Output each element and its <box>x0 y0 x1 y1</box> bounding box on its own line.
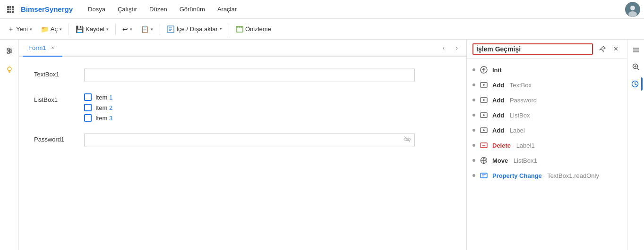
main-layout: Form1 × ‹ › TextBox1 ListBox1 <box>0 40 644 250</box>
svg-rect-5 <box>12 8 14 10</box>
menu-calistir[interactable]: Çalıştır <box>112 4 143 15</box>
listbox-item-3[interactable]: Item 3 <box>84 114 451 122</box>
history-action-add1: Add <box>492 82 504 89</box>
fr-search-icon[interactable] <box>629 60 643 74</box>
new-label: Yeni <box>16 25 28 33</box>
history-icon-add2 <box>479 95 489 105</box>
tab-form1[interactable]: Form1 × <box>23 40 62 57</box>
listbox-row: ListBox1 Item 1 Item 2 Item <box>34 93 451 122</box>
item-1-text: Item 1 <box>95 94 112 101</box>
history-action-add2: Add <box>492 97 504 104</box>
pin-button[interactable] <box>597 43 608 55</box>
history-icon-delete <box>479 141 489 150</box>
history-target-property: TextBox1.readOnly <box>546 172 599 179</box>
undo-icon: ↩ <box>122 25 128 33</box>
history-item-add-textbox[interactable]: Add TextBox <box>467 77 627 92</box>
listbox-label: ListBox1 <box>34 93 77 103</box>
history-item-add-password[interactable]: Add Password <box>467 92 627 108</box>
save-label: Kaydet <box>86 25 104 33</box>
history-panel-title: İşlem Geçmişi <box>472 43 593 55</box>
item-3-text: Item 3 <box>95 115 112 122</box>
svg-line-29 <box>404 137 410 142</box>
history-icon-init <box>479 65 489 75</box>
history-icon-move <box>479 156 489 165</box>
grid-icon[interactable] <box>4 3 17 16</box>
new-button[interactable]: ＋ Yeni ▾ <box>4 23 36 36</box>
password-visibility-icon[interactable] <box>404 136 411 145</box>
open-chevron: ▾ <box>60 27 62 32</box>
preview-button[interactable]: Önizleme <box>232 23 275 35</box>
textbox-input[interactable] <box>84 68 415 82</box>
history-item-add-label[interactable]: Add Label <box>467 123 627 138</box>
tab-nav: ‹ › <box>438 42 463 53</box>
open-button[interactable]: 📁 Aç ▾ <box>37 23 66 35</box>
svg-rect-4 <box>9 8 11 10</box>
history-icon-add4 <box>479 125 489 135</box>
svg-rect-0 <box>7 6 9 8</box>
svg-point-25 <box>9 50 11 52</box>
history-item-init[interactable]: Init <box>467 62 627 77</box>
history-target-password: Password <box>508 97 537 104</box>
history-action-init: Init <box>492 67 502 74</box>
svg-rect-50 <box>481 173 487 178</box>
form-content: TextBox1 ListBox1 Item 1 <box>19 57 466 250</box>
paste-button[interactable]: 📋 ▾ <box>137 23 157 35</box>
history-list: Init Add TextBox <box>467 58 627 250</box>
menu-araclar[interactable]: Araçlar <box>212 4 242 15</box>
separator-4 <box>229 24 229 35</box>
history-item-move[interactable]: Move ListBox1 <box>467 153 627 168</box>
sidebar-sliders-icon[interactable] <box>2 43 17 58</box>
toolbar: ＋ Yeni ▾ 📁 Aç ▾ 💾 Kaydet ▾ ↩ ▾ 📋 ▾ İçe /… <box>0 19 644 40</box>
svg-point-24 <box>8 48 9 50</box>
svg-rect-7 <box>9 11 11 13</box>
textbox-label: TextBox1 <box>34 68 77 78</box>
history-action-delete: Delete <box>492 142 511 149</box>
history-action-add4: Add <box>492 127 504 134</box>
menu-goruntum[interactable]: Görünüm <box>174 4 211 15</box>
fr-list-icon[interactable] <box>629 43 643 57</box>
svg-line-57 <box>637 68 639 70</box>
tab-prev-button[interactable]: ‹ <box>438 42 449 53</box>
history-bullet <box>472 174 475 177</box>
history-bullet <box>472 68 475 71</box>
password-input[interactable] <box>84 133 415 147</box>
tab-next-button[interactable]: › <box>451 42 463 53</box>
history-item-add-listbox[interactable]: Add ListBox <box>467 108 627 123</box>
export-button[interactable]: İçe / Dışa aktar ▾ <box>163 23 225 35</box>
user-avatar[interactable] <box>625 2 640 17</box>
tabs-bar: Form1 × ‹ › <box>19 40 466 57</box>
password-label: Password1 <box>34 133 77 143</box>
listbox-item-1[interactable]: Item 1 <box>84 93 451 101</box>
open-label: Aç <box>51 25 58 33</box>
paste-chevron: ▾ <box>151 27 153 32</box>
checkbox-1[interactable] <box>84 93 92 101</box>
tab-close-button[interactable]: × <box>49 44 57 51</box>
history-item-property[interactable]: Property Change TextBox1.readOnly <box>467 168 627 183</box>
menu-dosya[interactable]: Dosya <box>82 4 111 15</box>
undo-button[interactable]: ↩ ▾ <box>119 23 136 35</box>
history-icon-add <box>479 80 489 90</box>
tab-form1-label: Form1 <box>28 44 46 51</box>
fr-history-icon[interactable] <box>629 77 643 91</box>
history-panel-header: İşlem Geçmişi ✕ <box>467 40 627 58</box>
new-chevron: ▾ <box>30 27 32 32</box>
close-panel-button[interactable]: ✕ <box>610 43 621 55</box>
listbox-control: Item 1 Item 2 Item 3 <box>84 93 451 122</box>
checkbox-2[interactable] <box>84 104 92 111</box>
menu-duzen[interactable]: Düzen <box>144 4 173 15</box>
app-logo: BimserSynergy <box>21 5 73 13</box>
history-bullet <box>472 99 475 101</box>
listbox-item-2[interactable]: Item 2 <box>84 104 451 111</box>
history-bullet <box>472 83 475 86</box>
left-sidebar <box>0 40 19 250</box>
svg-rect-8 <box>12 11 14 13</box>
history-item-delete[interactable]: Delete Label1 <box>467 138 627 153</box>
svg-point-10 <box>630 6 635 10</box>
preview-icon <box>236 25 243 33</box>
content-area: Form1 × ‹ › TextBox1 ListBox1 <box>19 40 466 250</box>
sidebar-bulb-icon[interactable] <box>2 62 17 77</box>
checkbox-3[interactable] <box>84 114 92 122</box>
history-target-textbox: TextBox <box>508 82 532 89</box>
export-label: İçe / Dışa aktar <box>176 25 217 33</box>
save-button[interactable]: 💾 Kaydet ▾ <box>72 23 112 35</box>
